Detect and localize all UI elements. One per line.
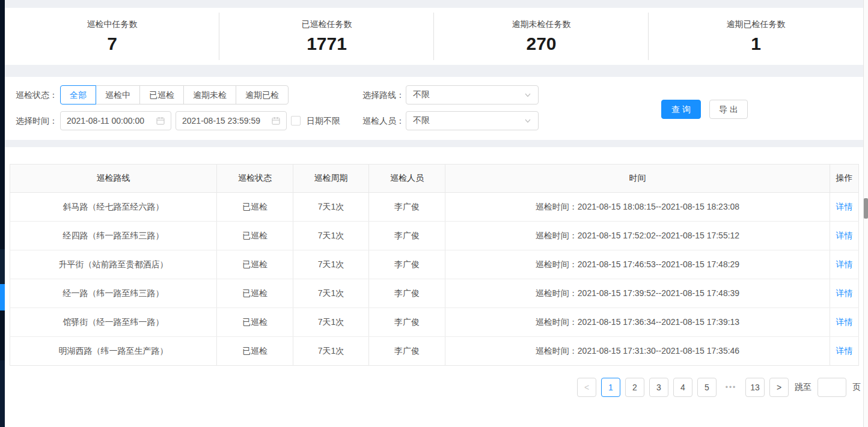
calendar-icon (272, 117, 280, 125)
pagination-page-13[interactable]: 13 (745, 378, 765, 397)
stats-bar: 巡检中任务数 7 已巡检任务数 1771 逾期未检任务数 270 逾期已检任务数… (5, 8, 863, 65)
inspection-status-label: 巡检状态： (16, 85, 58, 104)
pagination-next-button[interactable]: > (769, 378, 789, 397)
cell-cycle: 7天1次 (293, 308, 369, 337)
scrollbar-thumb[interactable] (864, 198, 868, 219)
no-date-checkbox[interactable] (291, 116, 301, 126)
table-row: 升平街（站前路至贵都酒店） 已巡检 7天1次 李广俊 巡检时间：2021-08-… (10, 250, 859, 279)
stat-label: 巡检中任务数 (87, 19, 138, 30)
cell-status: 已巡检 (217, 193, 293, 222)
filter-panel: 巡检状态： 全部 巡检中 已巡检 逾期未检 逾期已检 选择路线： 不限 选择时间… (5, 77, 863, 140)
pagination-jump-label: 跳至 (793, 382, 813, 393)
detail-link[interactable]: 详情 (836, 202, 853, 211)
cell-cycle: 7天1次 (293, 337, 369, 366)
stat-value: 7 (107, 34, 117, 53)
cell-status: 已巡检 (217, 222, 293, 250)
pagination-page-3[interactable]: 3 (649, 378, 668, 397)
cell-route: 明湖西路（纬一路至生产路） (10, 337, 217, 366)
col-cycle: 巡检周期 (293, 165, 369, 193)
col-person: 巡检人员 (369, 165, 445, 193)
detail-link[interactable]: 详情 (836, 317, 853, 327)
table-row: 明湖西路（纬一路至生产路） 已巡检 7天1次 李广俊 巡检时间：2021-08-… (10, 337, 859, 366)
pagination-page-1[interactable]: 1 (601, 378, 620, 397)
person-select[interactable]: 不限 (406, 111, 539, 130)
start-time-value: 2021-08-11 00:00:00 (67, 116, 156, 126)
table-row: 馆驿街（经一路至纬一路） 已巡检 7天1次 李广俊 巡检时间：2021-08-1… (10, 308, 859, 337)
cell-route: 馆驿街（经一路至纬一路） (10, 308, 217, 337)
route-select-label: 选择路线： (362, 85, 405, 104)
chevron-down-icon (524, 91, 531, 98)
cell-status: 已巡检 (217, 337, 293, 366)
end-time-input[interactable]: 2021-08-15 23:59:59 (176, 111, 287, 130)
cell-route: 升平街（站前路至贵都酒店） (10, 250, 217, 279)
detail-link[interactable]: 详情 (836, 231, 853, 240)
cell-time: 巡检时间：2021-08-15 17:39:52--2021-08-15 17:… (445, 279, 830, 308)
col-action: 操作 (830, 165, 859, 193)
status-option-overdue-checked[interactable]: 逾期已检 (236, 85, 289, 104)
route-select-value: 不限 (413, 89, 524, 100)
cell-route: 经一路（纬一路至纬三路） (10, 279, 217, 308)
inspection-table: 巡检路线 巡检状态 巡检周期 巡检人员 时间 操作 斜马路（经七路至经六路） 已… (10, 164, 859, 366)
detail-link[interactable]: 详情 (836, 346, 853, 356)
col-status: 巡检状态 (217, 165, 293, 193)
table-row: 斜马路（经七路至经六路） 已巡检 7天1次 李广俊 巡检时间：2021-08-1… (10, 193, 859, 222)
pagination-page-2[interactable]: 2 (625, 378, 644, 397)
cell-cycle: 7天1次 (293, 193, 369, 222)
person-select-value: 不限 (413, 115, 524, 126)
stat-inspecting-tasks: 巡检中任务数 7 (5, 8, 219, 65)
table-header-row: 巡检路线 巡检状态 巡检周期 巡检人员 时间 操作 (10, 165, 859, 193)
cell-person: 李广俊 (369, 222, 445, 250)
cell-cycle: 7天1次 (293, 279, 369, 308)
chevron-down-icon (524, 117, 531, 124)
cell-route: 斜马路（经七路至经六路） (10, 193, 217, 222)
page-top-strip (5, 0, 863, 8)
pagination-ellipsis-icon[interactable]: ••• (721, 383, 741, 392)
calendar-icon (156, 117, 165, 125)
stat-overdue-unchecked-tasks: 逾期未检任务数 270 (434, 8, 649, 65)
collapsed-sidebar (0, 0, 5, 427)
vertical-scrollbar[interactable] (863, 0, 868, 427)
sidebar-segment (0, 360, 5, 427)
stat-inspected-tasks: 已巡检任务数 1771 (219, 8, 434, 65)
cell-time: 巡检时间：2021-08-15 18:08:15--2021-08-15 18:… (445, 193, 830, 222)
cell-time: 巡检时间：2021-08-15 17:46:53--2021-08-15 17:… (445, 250, 830, 279)
detail-link[interactable]: 详情 (836, 259, 853, 269)
time-select-label: 选择时间： (16, 111, 58, 130)
person-select-label: 巡检人员： (362, 111, 405, 130)
stat-value: 1 (751, 34, 761, 53)
detail-link[interactable]: 详情 (836, 288, 853, 298)
cell-status: 已巡检 (217, 308, 293, 337)
pagination-page-suffix: 页 (851, 382, 862, 393)
no-date-label[interactable]: 日期不限 (307, 111, 340, 130)
pagination-jump-input[interactable] (818, 378, 846, 397)
pagination-page-4[interactable]: 4 (673, 378, 692, 397)
pagination-page-5[interactable]: 5 (697, 378, 717, 397)
status-option-inspecting[interactable]: 巡检中 (96, 85, 140, 104)
pagination-prev-button[interactable]: < (577, 378, 596, 397)
stat-value: 270 (526, 34, 556, 53)
route-select[interactable]: 不限 (406, 85, 539, 104)
cell-time: 巡检时间：2021-08-15 17:52:02--2021-08-15 17:… (445, 222, 830, 250)
status-option-all[interactable]: 全部 (60, 85, 96, 104)
cell-status: 已巡检 (217, 279, 293, 308)
status-option-overdue-unchecked[interactable]: 逾期未检 (183, 85, 236, 104)
cell-person: 李广俊 (369, 337, 445, 366)
end-time-value: 2021-08-15 23:59:59 (182, 116, 272, 126)
search-button[interactable]: 查 询 (661, 100, 701, 119)
export-button[interactable]: 导 出 (709, 100, 748, 119)
sidebar-segment (0, 249, 5, 284)
pagination: < 1 2 3 4 5 ••• 13 > 跳至 页 (577, 378, 862, 397)
status-radio-group: 全部 巡检中 已巡检 逾期未检 逾期已检 (60, 85, 289, 104)
cell-route: 经四路（纬一路至纬三路） (10, 222, 217, 250)
stat-value: 1771 (307, 34, 347, 53)
start-time-input[interactable]: 2021-08-11 00:00:00 (60, 111, 171, 130)
section-divider (5, 140, 863, 147)
stat-overdue-checked-tasks: 逾期已检任务数 1 (649, 8, 863, 65)
stat-label: 已巡检任务数 (302, 19, 352, 30)
col-route: 巡检路线 (10, 165, 217, 193)
cell-person: 李广俊 (369, 308, 445, 337)
cell-time: 巡检时间：2021-08-15 17:31:30--2021-08-15 17:… (445, 337, 830, 366)
cell-time: 巡检时间：2021-08-15 17:36:34--2021-08-15 17:… (445, 308, 830, 337)
status-option-inspected[interactable]: 已巡检 (139, 85, 184, 104)
table-row: 经四路（纬一路至纬三路） 已巡检 7天1次 李广俊 巡检时间：2021-08-1… (10, 222, 859, 250)
